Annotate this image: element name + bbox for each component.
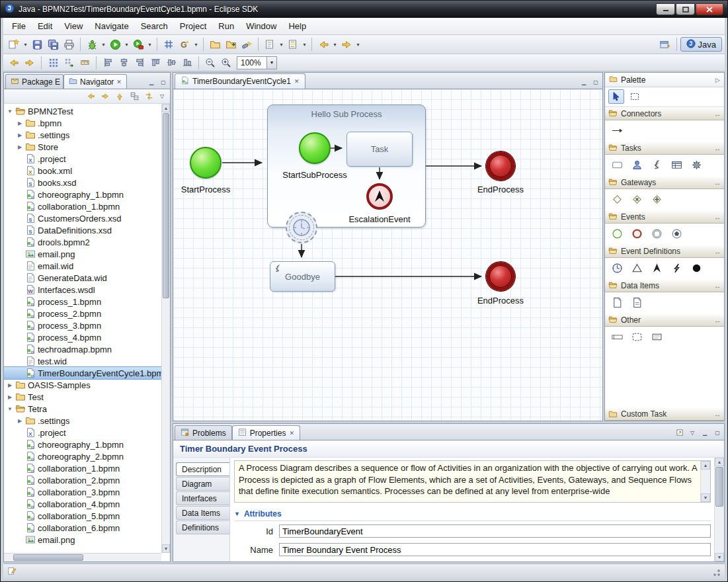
tree-item[interactable]: ▼BPMN2Test bbox=[4, 105, 161, 117]
tree-item[interactable]: collaboration_4.bpmn bbox=[4, 498, 161, 510]
nav-back-button[interactable] bbox=[6, 56, 22, 70]
annotation-button[interactable] bbox=[262, 37, 278, 52]
view-menu-icon[interactable]: ▽ bbox=[687, 428, 698, 437]
side-tab-interfaces[interactable]: Interfaces bbox=[176, 491, 229, 505]
scroll-thumb[interactable] bbox=[13, 554, 83, 561]
debug-dropdown[interactable]: ▾ bbox=[100, 37, 107, 52]
palette-section-custom-task[interactable]: Custom Task ↔ bbox=[605, 407, 724, 421]
tree-item[interactable]: choreography_1.bpmn bbox=[4, 438, 161, 450]
side-tab-diagram[interactable]: Diagram bbox=[176, 477, 229, 491]
scroll-up-arrow[interactable]: ▲ bbox=[701, 461, 710, 470]
id-input[interactable] bbox=[279, 524, 711, 538]
tree-item[interactable]: collaboration_1.bpmn bbox=[4, 462, 161, 474]
attributes-section-header[interactable]: ▼ Attributes bbox=[234, 507, 711, 521]
tree-item[interactable]: collaboration_6.bpmn bbox=[4, 522, 161, 534]
escalation-event-node[interactable] bbox=[366, 183, 393, 210]
editor-tab[interactable]: TimerBoundaryEventCycle1 ✕ bbox=[175, 73, 305, 89]
nav-forward-button[interactable] bbox=[22, 56, 38, 70]
diagram-canvas[interactable]: Hello Sub Process StartProcess StartSubP… bbox=[173, 89, 602, 421]
drawer-pin-icon[interactable]: ↔ bbox=[714, 317, 721, 324]
class-wizard-button[interactable]: G bbox=[177, 37, 192, 52]
tree-item[interactable]: process_1.bpmn bbox=[4, 296, 161, 308]
tree-item[interactable]: ▶OASIS-Samples bbox=[4, 379, 161, 391]
side-tab-definitions[interactable]: Definitions bbox=[176, 520, 229, 534]
zoom-combobox[interactable]: 100% ▾ bbox=[237, 56, 277, 69]
show-grid-button[interactable] bbox=[45, 56, 61, 70]
end-event-bottom-node[interactable] bbox=[486, 262, 515, 291]
tree-item[interactable]: process_3.bpmn bbox=[4, 319, 161, 331]
debug-button[interactable] bbox=[84, 37, 100, 52]
tree-item[interactable]: collaboration_5.bpmn bbox=[4, 510, 161, 522]
scroll-down-arrow[interactable]: ▼ bbox=[162, 544, 170, 553]
tab-navigator[interactable]: Navigator ✕ bbox=[63, 74, 127, 89]
signal-tool-icon[interactable] bbox=[628, 261, 645, 275]
back-button[interactable] bbox=[315, 37, 331, 52]
data-object-tool-icon[interactable] bbox=[608, 295, 626, 310]
table-wizard-button[interactable] bbox=[161, 37, 177, 52]
palette-section-tasks[interactable]: Tasks↔ bbox=[605, 142, 724, 155]
show-rulers-button[interactable] bbox=[77, 56, 93, 70]
expand-arrow-closed-icon[interactable]: ▶ bbox=[17, 132, 23, 138]
marquee-tool[interactable] bbox=[627, 89, 643, 104]
tree-item[interactable]: Sbooks.xsd bbox=[4, 177, 161, 188]
mark-occurrences-button[interactable] bbox=[285, 37, 301, 52]
drawer-pin-icon[interactable]: ↔ bbox=[714, 145, 721, 152]
expand-arrow-open-icon[interactable]: ▼ bbox=[7, 108, 13, 114]
expand-arrow-closed-icon[interactable]: ▶ bbox=[17, 418, 23, 424]
align-bottom-button[interactable] bbox=[179, 56, 195, 70]
open-resource-button[interactable] bbox=[223, 37, 239, 52]
new-wizard-dropdown[interactable]: ▾ bbox=[22, 37, 29, 52]
drawer-pin-icon[interactable]: ↔ bbox=[714, 248, 721, 255]
drawer-pin-icon[interactable]: ↔ bbox=[714, 179, 721, 187]
scroll-up-arrow[interactable]: ▲ bbox=[162, 104, 170, 112]
scroll-down-arrow[interactable]: ▼ bbox=[715, 553, 724, 561]
maximize-editor-button[interactable]: ▢ bbox=[590, 77, 601, 87]
escalation-tool-icon[interactable] bbox=[648, 261, 665, 275]
java-perspective-button[interactable]: Java bbox=[680, 37, 722, 52]
align-center-button[interactable] bbox=[116, 56, 132, 70]
tree-item[interactable]: drools.bpmn2 bbox=[4, 236, 161, 248]
gateway-parallel-tool-icon[interactable] bbox=[648, 192, 665, 206]
task-tool-icon[interactable] bbox=[608, 157, 626, 172]
close-window-button[interactable] bbox=[696, 3, 723, 15]
tree-item[interactable]: Xbook.xml bbox=[4, 165, 161, 177]
side-tab-data-items[interactable]: Data Items bbox=[176, 506, 229, 520]
tree-item[interactable]: X.project bbox=[4, 153, 161, 165]
user-task-tool-icon[interactable] bbox=[628, 157, 645, 172]
close-tab-icon[interactable]: ✕ bbox=[289, 430, 294, 436]
align-right-button[interactable] bbox=[132, 56, 147, 70]
run-dropdown[interactable]: ▾ bbox=[123, 37, 130, 52]
view-back-button[interactable] bbox=[84, 91, 97, 103]
open-perspective-button[interactable] bbox=[657, 37, 673, 52]
zoom-in-button[interactable] bbox=[218, 56, 234, 70]
multiple-event-tool-icon[interactable] bbox=[668, 226, 685, 241]
menu-run[interactable]: Run bbox=[212, 19, 240, 33]
align-top-button[interactable] bbox=[147, 56, 163, 70]
palette-section-event-definitions[interactable]: Event Definitions↔ bbox=[605, 245, 724, 258]
menu-help[interactable]: Help bbox=[282, 19, 312, 33]
titlebar[interactable]: Java - BPMN2Test/TimerBoundaryEventCycle… bbox=[1, 1, 727, 18]
drawer-pin-icon[interactable]: ↔ bbox=[714, 282, 721, 290]
side-tab-description[interactable]: Description bbox=[176, 462, 229, 476]
tree-item[interactable]: choreography_2.bpmn bbox=[4, 450, 161, 462]
minimize-editor-button[interactable]: ▁ bbox=[579, 77, 589, 87]
timer-boundary-event-node[interactable] bbox=[286, 212, 317, 243]
menu-search[interactable]: Search bbox=[135, 19, 174, 33]
tree-item[interactable]: choreography_1.bpmn bbox=[4, 188, 161, 200]
annotation-dropdown[interactable]: ▾ bbox=[278, 37, 285, 52]
view-up-button[interactable] bbox=[113, 91, 126, 103]
gateway-tool-icon[interactable] bbox=[608, 192, 626, 206]
tree-item[interactable]: X.project bbox=[4, 427, 161, 438]
search-button[interactable] bbox=[239, 37, 255, 52]
palette-section-data-items[interactable]: Data Items↔ bbox=[605, 279, 724, 292]
menu-project[interactable]: Project bbox=[174, 19, 212, 33]
tree-item[interactable]: WInterfaces.wsdl bbox=[4, 284, 161, 296]
drawer-pin-icon[interactable]: ↔ bbox=[714, 110, 721, 118]
forward-dropdown[interactable]: ▾ bbox=[354, 37, 362, 52]
menu-edit[interactable]: Edit bbox=[32, 19, 58, 33]
description-box[interactable]: A Process Diagram describes a sequence o… bbox=[234, 460, 711, 503]
align-left-button[interactable] bbox=[100, 56, 116, 70]
maximize-window-button[interactable] bbox=[676, 3, 695, 15]
tree-item[interactable]: collaboration_2.bpmn bbox=[4, 474, 161, 486]
expand-arrow-closed-icon[interactable]: ▶ bbox=[17, 144, 23, 150]
